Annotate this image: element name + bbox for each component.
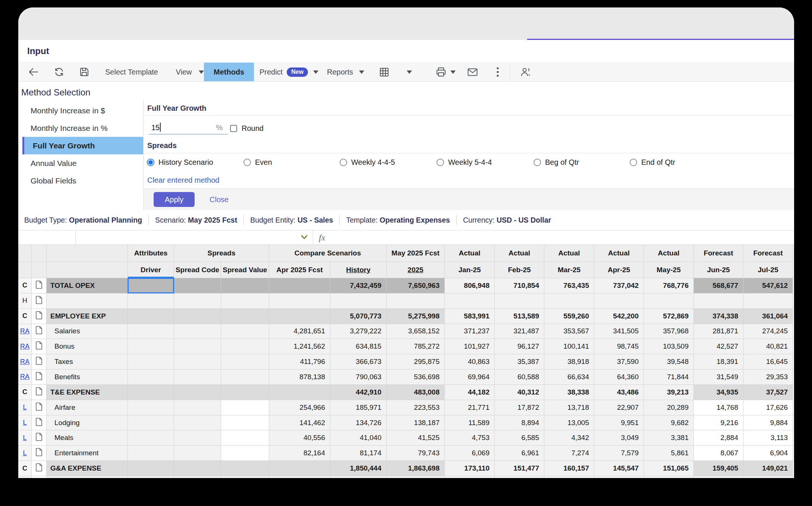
view-dropdown[interactable]: View xyxy=(171,63,208,81)
grid-column-header-2025[interactable]: 2025 xyxy=(387,262,445,278)
grid-cell[interactable]: 138,187 xyxy=(387,415,445,431)
grid-cell[interactable]: 79,743 xyxy=(387,446,445,461)
radio-icon[interactable] xyxy=(437,158,444,166)
grid-cell[interactable] xyxy=(221,278,269,293)
grid-cell[interactable]: 536,698 xyxy=(387,370,445,385)
grid-row-label[interactable]: Airfare xyxy=(47,400,128,415)
grid-cell[interactable]: 3,658,152 xyxy=(387,324,445,339)
grid-cell[interactable] xyxy=(221,415,269,431)
grid-cell[interactable]: 5,861 xyxy=(644,446,694,461)
row-method-link[interactable]: RA xyxy=(20,343,29,351)
grid-column-header-feb-25[interactable]: Feb-25 xyxy=(495,262,544,278)
grid-cell[interactable] xyxy=(221,400,269,415)
grid-cell[interactable]: 542,200 xyxy=(594,309,644,324)
grid-cell[interactable] xyxy=(128,415,174,431)
grid-cell[interactable]: 159,405 xyxy=(694,461,743,476)
method-item-monthly-increase-in-[interactable]: Monthly Increase in % xyxy=(22,119,143,137)
formula-input[interactable] xyxy=(331,230,794,245)
grid-cell[interactable]: 41,525 xyxy=(387,430,445,446)
grid-cell[interactable]: 149,021 xyxy=(743,461,793,476)
grid-row-indicator[interactable]: RA xyxy=(18,324,32,339)
grid-row-document-button[interactable] xyxy=(32,446,47,461)
grid-cell[interactable] xyxy=(221,324,269,339)
grid-cell[interactable]: 4,753 xyxy=(445,430,495,446)
round-checkbox[interactable] xyxy=(230,125,237,132)
grid-cell[interactable] xyxy=(221,339,269,354)
grid-cell[interactable]: 96,127 xyxy=(495,339,544,354)
row-method-link[interactable]: RA xyxy=(20,358,29,366)
grid-cell[interactable] xyxy=(694,293,743,309)
grid-cell[interactable]: 11,589 xyxy=(445,415,495,431)
spread-option-end-of-qtr[interactable]: End of Qtr xyxy=(630,158,675,167)
grid-cell[interactable]: 768,776 xyxy=(644,278,694,293)
grid-cell[interactable]: 4,281,651 xyxy=(269,324,330,339)
grid-cell[interactable]: 5,275,998 xyxy=(387,309,445,324)
grid-cell[interactable] xyxy=(174,278,221,293)
grid-cell[interactable] xyxy=(221,461,269,476)
grid-cell[interactable] xyxy=(174,309,221,324)
spread-option-even[interactable]: Even xyxy=(243,158,272,167)
grid-row-document-button[interactable] xyxy=(32,415,47,431)
grid-cell[interactable] xyxy=(128,461,174,476)
grid-cell[interactable] xyxy=(221,309,269,324)
grid-cell[interactable]: 17,626 xyxy=(743,400,793,415)
grid-cell[interactable] xyxy=(221,385,269,400)
radio-icon[interactable] xyxy=(340,158,347,166)
grid-cell[interactable]: 151,065 xyxy=(644,461,694,476)
grid-cell[interactable] xyxy=(174,415,221,431)
row-method-link[interactable]: L xyxy=(23,403,26,411)
grid-cell[interactable]: 40,821 xyxy=(743,339,793,354)
grid-cell[interactable]: 9,216 xyxy=(694,415,743,431)
grid-row-indicator[interactable]: L xyxy=(18,446,32,461)
methods-button[interactable]: Methods xyxy=(204,63,254,81)
grid-column-header-jan-25[interactable]: Jan-25 xyxy=(445,262,495,278)
grid-cell[interactable] xyxy=(743,293,793,309)
grid-cell[interactable]: 568,677 xyxy=(694,278,743,293)
spread-option-weekly-4-4-5[interactable]: Weekly 4-4-5 xyxy=(340,158,395,167)
grid-cell[interactable] xyxy=(174,339,221,354)
grid-cell[interactable] xyxy=(128,278,174,293)
row-method-link[interactable]: RA xyxy=(20,373,29,381)
grid-cell[interactable]: 98,745 xyxy=(594,339,644,354)
grid-cell[interactable] xyxy=(445,293,495,309)
grid-cell[interactable]: 38,338 xyxy=(544,385,594,400)
grid-cell[interactable]: 790,063 xyxy=(330,370,387,385)
grid-row-indicator[interactable]: L xyxy=(18,430,32,446)
close-button[interactable]: Close xyxy=(210,192,229,207)
grid-view-caret-button[interactable] xyxy=(404,63,415,81)
grid-cell[interactable] xyxy=(128,446,174,461)
spread-option-beg-of-qtr[interactable]: Beg of Qtr xyxy=(534,158,579,167)
grid-cell[interactable]: 361,064 xyxy=(743,309,793,324)
grid-cell[interactable]: 37,590 xyxy=(594,354,644,370)
grid-cell[interactable]: 40,863 xyxy=(445,354,495,370)
grid-cell[interactable]: 7,650,963 xyxy=(387,278,445,293)
grid-cell[interactable]: 82,164 xyxy=(269,446,330,461)
grid-cell[interactable]: 547,612 xyxy=(743,278,793,293)
grid-row-document-button[interactable] xyxy=(32,278,47,293)
grid-row-label[interactable]: Benefits xyxy=(47,370,128,385)
grid-cell[interactable] xyxy=(174,385,221,400)
grid-cell[interactable]: 806,948 xyxy=(445,278,495,293)
grid-row-label[interactable]: G&A EXPENSE xyxy=(47,461,128,476)
grid-cell[interactable]: 21,771 xyxy=(445,400,495,415)
grid-cell[interactable] xyxy=(221,293,269,309)
grid-row-document-button[interactable] xyxy=(32,385,47,400)
grid-cell[interactable]: 13,718 xyxy=(544,400,594,415)
grid-cell[interactable]: 374,338 xyxy=(694,309,743,324)
grid-cell[interactable]: 141,462 xyxy=(269,415,330,431)
grid-cell[interactable] xyxy=(221,430,269,446)
grid-cell[interactable] xyxy=(128,339,174,354)
radio-icon[interactable] xyxy=(243,158,251,166)
grid-cell[interactable]: 3,381 xyxy=(644,430,694,446)
grid-cell[interactable]: 321,487 xyxy=(495,324,544,339)
grid-cell[interactable] xyxy=(269,293,330,309)
grid-cell[interactable] xyxy=(495,293,544,309)
grid-cell[interactable]: 134,726 xyxy=(330,415,387,431)
grid-cell[interactable]: 64,360 xyxy=(594,370,644,385)
grid-cell[interactable]: 44,182 xyxy=(445,385,495,400)
grid-column-header-jul-25[interactable]: Jul-25 xyxy=(743,262,793,278)
grid-cell[interactable]: 6,069 xyxy=(445,446,495,461)
spread-option-weekly-5-4-4[interactable]: Weekly 5-4-4 xyxy=(437,158,492,167)
grid-cell[interactable]: 763,435 xyxy=(544,278,594,293)
grid-row-indicator[interactable]: RA xyxy=(18,370,32,385)
